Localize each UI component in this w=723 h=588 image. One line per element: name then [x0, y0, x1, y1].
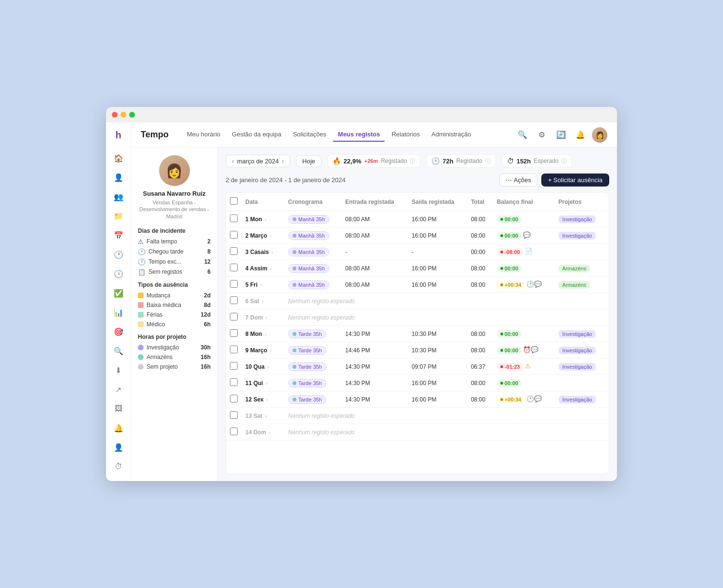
- row-entrada-cell: 14:30 PM: [341, 391, 408, 408]
- topnav-item-equipa[interactable]: Gestão da equipa: [227, 128, 286, 142]
- expand-button[interactable]: ›: [269, 347, 273, 353]
- expand-button[interactable]: ›: [265, 397, 269, 402]
- refresh-icon[interactable]: 🔄: [553, 127, 569, 143]
- sidebar-item-user[interactable]: 👤: [110, 169, 127, 186]
- row-schedule-cell: Tarde 35h: [284, 326, 342, 342]
- expand-button[interactable]: ›: [264, 216, 268, 222]
- table-row: 2 Março › Manhã 35h 08:00 AM 16:00 PM 08…: [226, 227, 609, 244]
- prev-month-button[interactable]: ‹: [231, 157, 235, 165]
- project-hours-1: 16h: [201, 354, 211, 361]
- topnav-item-relatorios[interactable]: Relatórios: [387, 128, 425, 142]
- expand-button[interactable]: ›: [265, 380, 268, 386]
- sidebar-item-history[interactable]: 🕒: [110, 265, 127, 282]
- expand-button[interactable]: ›: [259, 282, 263, 288]
- th-saida: Saída registada: [408, 193, 467, 211]
- comment-icon[interactable]: 💬: [523, 231, 531, 239]
- topnav-item-registos[interactable]: Meus registos: [333, 128, 385, 142]
- incident-icon-3: 📋: [138, 268, 146, 276]
- maximize-dot[interactable]: [129, 112, 135, 118]
- sidebar-item-image[interactable]: 🖼: [110, 400, 127, 417]
- row-entrada-cell: 08:00 AM: [341, 227, 408, 244]
- registered-info-icon[interactable]: ⓘ: [410, 158, 415, 165]
- schedule-dot: [293, 234, 296, 238]
- sidebar-item-home[interactable]: 🏠: [110, 149, 127, 167]
- row-balance-cell: 00:00: [493, 326, 555, 342]
- row-checkbox[interactable]: [230, 428, 238, 435]
- sidebar-item-calendar[interactable]: 📅: [110, 227, 127, 244]
- comment-icon[interactable]: 💬: [531, 346, 538, 353]
- topnav-item-solicitacoes[interactable]: Solicitações: [288, 128, 331, 142]
- expected-info-icon[interactable]: ⓘ: [562, 158, 567, 165]
- no-record-text: Nenhum registo esperado: [288, 314, 355, 321]
- comment-icon[interactable]: 💬: [534, 395, 542, 402]
- expand-button[interactable]: ›: [264, 331, 268, 337]
- next-month-button[interactable]: ›: [281, 157, 285, 165]
- today-button[interactable]: Hoje: [296, 155, 321, 167]
- project-hours-2: 16h: [201, 363, 211, 370]
- clock-icon[interactable]: 🕐: [526, 281, 534, 288]
- row-checkbox[interactable]: [230, 214, 238, 222]
- solicitar-ausencia-button[interactable]: + Solicitar ausência: [541, 174, 609, 187]
- balance-badge: +00:34: [497, 281, 525, 289]
- sidebar-item-share[interactable]: ↗: [110, 381, 127, 398]
- select-all-checkbox[interactable]: [230, 197, 238, 205]
- row-check-cell: [226, 391, 241, 408]
- row-checkbox[interactable]: [230, 346, 238, 353]
- row-checkbox[interactable]: [230, 247, 238, 255]
- search-icon[interactable]: 🔍: [515, 127, 530, 143]
- expand-button[interactable]: ›: [266, 364, 270, 370]
- bell-icon[interactable]: 🔔: [573, 127, 588, 143]
- expand-button[interactable]: ›: [265, 315, 268, 321]
- row-schedule-cell: Tarde 35h: [284, 391, 342, 408]
- expand-button[interactable]: ›: [269, 233, 273, 239]
- expand-button[interactable]: ›: [261, 298, 265, 304]
- sidebar-item-alert[interactable]: 🔔: [110, 419, 127, 437]
- schedule-tag: Tarde 35h: [288, 395, 326, 404]
- topnav-item-horario[interactable]: Meu horário: [182, 128, 225, 142]
- doc-icon[interactable]: 📄: [525, 248, 533, 255]
- month-nav[interactable]: ‹ março de 2024 ›: [226, 155, 290, 167]
- row-checkbox[interactable]: [230, 378, 238, 386]
- sidebar-item-check[interactable]: ✅: [110, 284, 127, 302]
- sidebar-item-folder[interactable]: 📁: [110, 207, 127, 225]
- actions-button[interactable]: ⋯ Ações: [499, 174, 537, 187]
- incident-icon-2: 🕐: [138, 258, 146, 266]
- expand-button[interactable]: ›: [268, 429, 272, 435]
- expand-button[interactable]: ›: [264, 413, 268, 419]
- topnav: Tempo Meu horário Gestão da equipa Solic…: [131, 122, 617, 147]
- sidebar-item-team[interactable]: 👥: [110, 188, 127, 205]
- topnav-item-administracao[interactable]: Administração: [427, 128, 476, 142]
- row-checkbox[interactable]: [230, 296, 238, 304]
- expand-button[interactable]: ›: [269, 266, 273, 271]
- sidebar-item-person[interactable]: 👤: [110, 439, 127, 456]
- comment-icon[interactable]: 💬: [534, 281, 542, 288]
- clock-icon[interactable]: 🕐: [526, 395, 534, 402]
- incident-count-3: 6: [207, 268, 211, 275]
- row-checkbox[interactable]: [230, 329, 238, 337]
- row-checkbox[interactable]: [230, 395, 238, 402]
- row-checkbox[interactable]: [230, 231, 238, 239]
- hours-info-icon[interactable]: ⓘ: [485, 158, 491, 165]
- row-checkbox[interactable]: [230, 264, 238, 271]
- sidebar-item-time[interactable]: ⏱: [110, 458, 127, 475]
- close-dot[interactable]: [112, 112, 118, 118]
- row-balance-cell: 00:00: [493, 260, 555, 277]
- settings-icon[interactable]: ⚙: [534, 127, 549, 143]
- warning-icon[interactable]: ⚠: [525, 362, 531, 370]
- row-projects-cell: Investigação: [555, 211, 609, 227]
- sidebar-item-clock[interactable]: 🕐: [110, 246, 127, 263]
- row-saida-cell: 16:00 PM: [408, 375, 467, 391]
- user-avatar[interactable]: 👩: [592, 127, 607, 143]
- sidebar-item-target[interactable]: 🎯: [110, 323, 127, 340]
- sidebar-item-download[interactable]: ⬇: [110, 361, 127, 379]
- sidebar-item-chart[interactable]: 📊: [110, 304, 127, 321]
- minimize-dot[interactable]: [120, 112, 126, 118]
- sidebar-item-search2[interactable]: 🔍: [110, 342, 127, 360]
- expand-button[interactable]: ›: [270, 249, 274, 255]
- row-checkbox[interactable]: [230, 313, 238, 321]
- row-checkbox[interactable]: [230, 362, 238, 370]
- alarm-icon[interactable]: ⏰: [523, 346, 531, 353]
- row-checkbox[interactable]: [230, 280, 238, 288]
- schedule-tag: Manhã 35h: [288, 231, 329, 240]
- row-checkbox[interactable]: [230, 411, 238, 419]
